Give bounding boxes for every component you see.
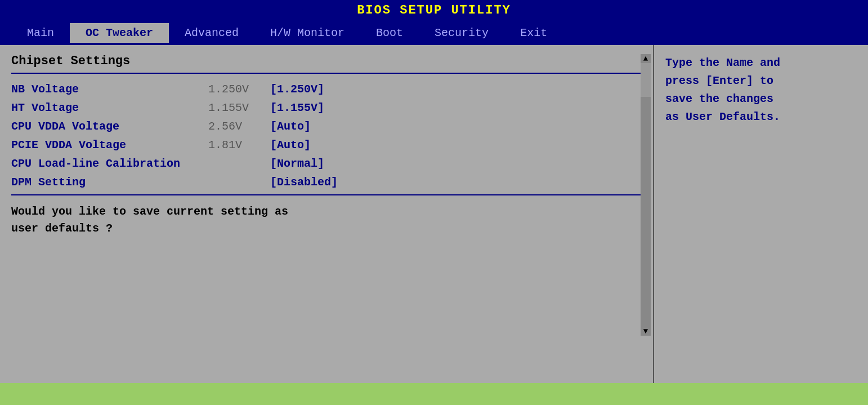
table-row[interactable]: PCIE VDDA Voltage 1.81V [Auto] <box>11 139 642 152</box>
side-panel: Type the Name and press [Enter] to save … <box>654 45 868 383</box>
setting-value-nb-voltage: 1.250V <box>208 83 265 96</box>
setting-value-ht-voltage: 1.155V <box>208 101 265 114</box>
setting-value-cpu-vdda: 2.56V <box>208 120 265 133</box>
setting-bracket-nb-voltage: [1.250V] <box>270 83 324 96</box>
bottom-bar <box>0 383 868 405</box>
bottom-divider <box>11 194 642 195</box>
menu-item-main[interactable]: Main <box>11 23 70 43</box>
setting-bracket-ht-voltage: [1.155V] <box>270 101 324 114</box>
menu-item-hw-monitor[interactable]: H/W Monitor <box>254 23 360 43</box>
content-area: Chipset Settings NB Voltage 1.250V [1.25… <box>0 45 868 383</box>
footer-line-1: Would you like to save current setting a… <box>11 203 642 220</box>
setting-bracket-cpu-load-line: [Normal] <box>270 157 324 170</box>
menu-item-security[interactable]: Security <box>419 23 504 43</box>
scroll-down-arrow[interactable]: ▼ <box>641 327 651 336</box>
table-row[interactable]: HT Voltage 1.155V [1.155V] <box>11 101 642 114</box>
table-row[interactable]: CPU Load-line Calibration [Normal] <box>11 157 642 170</box>
setting-name-pcie-vdda: PCIE VDDA Voltage <box>11 139 203 152</box>
setting-name-cpu-load-line: CPU Load-line Calibration <box>11 157 203 170</box>
table-row[interactable]: DPM Setting [Disabled] <box>11 176 642 189</box>
setting-name-dpm: DPM Setting <box>11 176 203 189</box>
scrollbar-thumb[interactable] <box>641 63 651 97</box>
setting-bracket-cpu-vdda: [Auto] <box>270 120 311 133</box>
footer-line-2: user defaults ? <box>11 220 642 237</box>
setting-value-pcie-vdda: 1.81V <box>208 139 265 152</box>
menu-item-oc-tweaker[interactable]: OC Tweaker <box>70 23 169 43</box>
setting-bracket-dpm: [Disabled] <box>270 176 338 189</box>
section-title: Chipset Settings <box>11 54 642 68</box>
setting-name-ht-voltage: HT Voltage <box>11 101 203 114</box>
setting-bracket-pcie-vdda: [Auto] <box>270 139 311 152</box>
menu-item-boot[interactable]: Boot <box>360 23 419 43</box>
menu-item-advanced[interactable]: Advanced <box>169 23 254 43</box>
scrollbar[interactable]: ▲ ▼ <box>641 54 651 336</box>
scroll-up-arrow[interactable]: ▲ <box>641 54 651 63</box>
menu-item-exit[interactable]: Exit <box>504 23 563 43</box>
top-divider <box>11 73 642 74</box>
table-row[interactable]: NB Voltage 1.250V [1.250V] <box>11 83 642 96</box>
setting-name-nb-voltage: NB Voltage <box>11 83 203 96</box>
setting-name-cpu-vdda: CPU VDDA Voltage <box>11 120 203 133</box>
bios-title: BIOS SETUP UTILITY <box>0 0 868 21</box>
menu-bar: Main OC Tweaker Advanced H/W Monitor Boo… <box>0 21 868 45</box>
help-text: Type the Name and press [Enter] to save … <box>665 54 857 126</box>
main-panel: Chipset Settings NB Voltage 1.250V [1.25… <box>0 45 654 383</box>
footer-text: Would you like to save current setting a… <box>11 203 642 237</box>
table-row[interactable]: CPU VDDA Voltage 2.56V [Auto] <box>11 120 642 133</box>
